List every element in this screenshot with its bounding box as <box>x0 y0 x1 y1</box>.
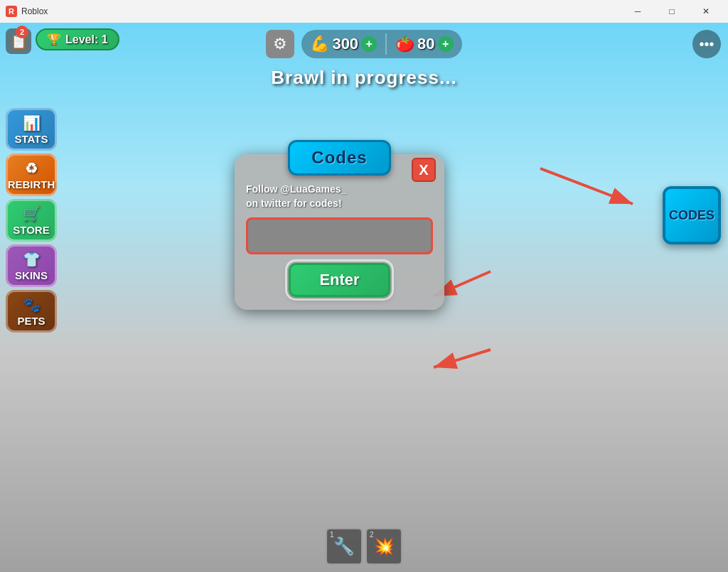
muscle-value: 300 <box>332 35 358 53</box>
enter-button[interactable]: Enter <box>289 263 390 297</box>
top-hud: ⚙ 💪 300 + 🍅 80 + <box>0 30 728 58</box>
maximize-button[interactable]: □ <box>655 0 688 23</box>
sidebar-item-store[interactable]: 🛒 STORE <box>6 199 57 242</box>
hotbar: 1 🔧 2 💥 <box>326 528 402 565</box>
add-muscle-button[interactable]: + <box>361 36 377 52</box>
titlebar-title: Roblox <box>21 6 621 16</box>
sidebar-item-rebirth[interactable]: ♻ REBIRTH <box>6 153 57 196</box>
code-input[interactable] <box>250 221 429 251</box>
currency-divider <box>385 33 387 55</box>
game-viewport: 📋 2 🏆 Level: 1 ⚙ 💪 300 + 🍅 80 + ••• <box>0 23 728 572</box>
codes-instruction: Follow @LuaGames_ on twitter for codes! <box>235 183 444 217</box>
hotbar-slot-2[interactable]: 2 💥 <box>365 528 402 565</box>
settings-button[interactable]: ⚙ <box>266 30 294 58</box>
slot-2-number: 2 <box>370 531 374 539</box>
titlebar-controls: ─ □ ✕ <box>621 0 722 23</box>
codes-title: Codes <box>288 140 390 176</box>
muscle-icon: 💪 <box>310 35 329 53</box>
rebirth-label: REBIRTH <box>8 178 55 190</box>
gem-icon: 🍅 <box>395 35 414 53</box>
slot-1-icon: 🔧 <box>333 536 355 556</box>
add-gem-button[interactable]: + <box>438 36 454 52</box>
codes-right-button[interactable]: CODES <box>663 186 721 244</box>
skins-label: SKINS <box>15 269 48 281</box>
close-button[interactable]: ✕ <box>690 0 722 23</box>
hotbar-slot-1[interactable]: 1 🔧 <box>326 528 363 565</box>
notification-count: 2 <box>16 26 28 38</box>
left-sidebar: 📊 STATS ♻ REBIRTH 🛒 STORE 👕 SKINS 🐾 PETS <box>6 108 57 333</box>
minimize-button[interactable]: ─ <box>621 0 654 23</box>
store-label: STORE <box>13 224 49 236</box>
titlebar-icon: R <box>6 6 17 17</box>
sidebar-item-stats[interactable]: 📊 STATS <box>6 108 57 151</box>
codes-close-button[interactable]: X <box>412 158 436 182</box>
brawl-status-text: Brawl in progress... <box>0 67 728 89</box>
currency-bar: 💪 300 + 🍅 80 + <box>301 30 461 58</box>
codes-dialog-header: Codes X <box>235 154 444 176</box>
slot-2-icon: 💥 <box>373 536 395 556</box>
stats-label: STATS <box>15 133 48 145</box>
rebirth-icon: ♻ <box>25 160 38 177</box>
muscle-currency: 💪 300 + <box>310 35 377 53</box>
gem-currency: 🍅 80 + <box>395 35 453 53</box>
pets-label: PETS <box>17 315 45 327</box>
gem-value: 80 <box>417 35 434 53</box>
store-icon: 🛒 <box>23 205 41 222</box>
codes-dialog: Codes X Follow @LuaGames_ on twitter for… <box>235 154 444 310</box>
slot-1-number: 1 <box>330 531 334 539</box>
gear-icon: ⚙ <box>273 35 287 53</box>
stats-icon: 📊 <box>23 114 41 131</box>
sidebar-item-pets[interactable]: 🐾 PETS <box>6 290 57 333</box>
code-input-container <box>246 217 433 254</box>
pets-icon: 🐾 <box>23 296 41 313</box>
sidebar-item-skins[interactable]: 👕 SKINS <box>6 244 57 287</box>
titlebar: R Roblox ─ □ ✕ <box>0 0 728 23</box>
skins-icon: 👕 <box>23 251 41 268</box>
